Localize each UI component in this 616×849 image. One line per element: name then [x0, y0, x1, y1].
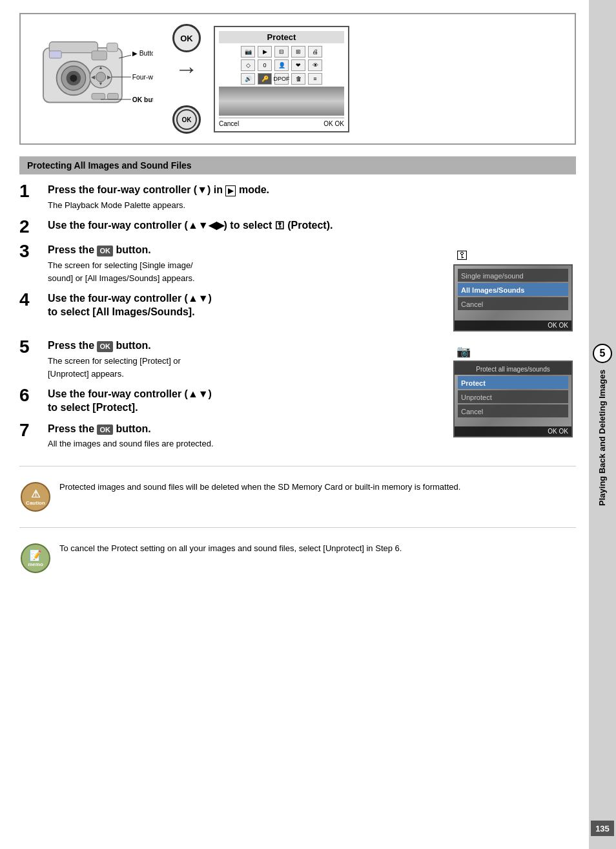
screen-bottom-bar: Cancel OK OK	[219, 118, 344, 127]
screen-preview: Protect 📷 ▶ ⊟ ⊞ 🖨 ◇ 0 👤 ❤ 👁 🔊 🔑 DPOF 🗑	[214, 26, 349, 132]
step-desc-1: The Playback Mode Palette appears.	[48, 199, 576, 212]
memo-icon: 📝 memo	[19, 542, 52, 574]
step-content-6: Use the four-way controller (▲▼)to selec…	[48, 388, 443, 415]
step-content-1: Press the four-way controller (▼) in ▶ m…	[48, 183, 576, 211]
svg-text:▶  Button: ▶ Button	[132, 50, 153, 57]
screen-icons-row2: ◇ 0 👤 ❤ 👁	[219, 59, 344, 71]
step-desc-3: The screen for selecting [Single image/s…	[48, 259, 443, 284]
sidebar-text: Playing Back and Deleting Images	[597, 370, 608, 506]
icon-14: 🗑	[291, 73, 305, 85]
screen2-ok-bar: OK OK	[455, 426, 571, 436]
ok-inline-5: OK	[97, 341, 113, 351]
menu-cancel-label: Cancel	[219, 120, 239, 127]
camera-illustration: ▲ ▼ ◀ ▶ ▶ Button Four-way controller OK …	[30, 30, 159, 129]
divider2	[19, 527, 576, 528]
page-number: 135	[591, 821, 614, 836]
screen2-item3: Cancel	[461, 408, 483, 415]
icon-11: 🔊	[241, 73, 255, 85]
svg-text:▶: ▶	[107, 74, 112, 79]
sidebar-number: 5	[593, 344, 612, 363]
step-number-1: 1	[19, 182, 43, 200]
icon-12: 🔑	[258, 73, 272, 85]
screen1-container: ⚿ Single image/sound All Images/Sounds C…	[453, 249, 576, 331]
step-number-7: 7	[19, 421, 43, 439]
icon-9: ❤	[291, 59, 305, 71]
svg-text:▲: ▲	[98, 64, 103, 70]
screen-image-area	[219, 87, 344, 116]
step-title-2: Use the four-way controller (▲▼◀▶) to se…	[48, 219, 576, 233]
step-4: 4 Use the four-way controller (▲▼)to sel…	[19, 292, 443, 319]
section-header: Protecting All Images and Sound Files	[19, 156, 576, 174]
icon-5: 🖨	[308, 46, 322, 58]
memo-text: To cancel the Protect setting on all you…	[59, 542, 576, 556]
mini-screen-2: Protect all images/sounds Protect Unprot…	[453, 361, 573, 437]
svg-rect-6	[92, 50, 107, 59]
screen-icons-row3: 🔊 🔑 DPOF 🗑 ≡	[219, 73, 344, 85]
svg-rect-9	[92, 93, 105, 99]
step-title-1: Press the four-way controller (▼) in ▶ m…	[48, 183, 576, 197]
caution-icon: ⚠ Caution	[19, 481, 52, 513]
caution-text: Protected images and sound files will be…	[59, 481, 576, 494]
step-number-3: 3	[19, 242, 43, 260]
step-number-2: 2	[19, 218, 43, 236]
icon-6: ◇	[241, 59, 255, 71]
step-title-4: Use the four-way controller (▲▼)to selec…	[48, 292, 443, 319]
step-title-7: Press the OK button.	[48, 423, 443, 436]
step-3: 3 Press the OK button. The screen for se…	[19, 244, 443, 284]
screen1-ok-bar: OK OK	[455, 320, 571, 330]
step-desc-5: The screen for selecting [Protect] or[Un…	[48, 355, 443, 380]
svg-text:▼: ▼	[98, 81, 103, 87]
svg-rect-7	[49, 50, 61, 58]
step-number-6: 6	[19, 386, 43, 404]
svg-text:Four-way controller: Four-way controller	[132, 73, 153, 80]
screen1-item1: Single image/sound	[461, 272, 524, 280]
ok-inline-7: OK	[97, 424, 113, 435]
ok-button-diagram2: OK	[172, 105, 201, 134]
step-content-3: Press the OK button. The screen for sele…	[48, 244, 443, 284]
step-6: 6 Use the four-way controller (▲▼)to sel…	[19, 388, 443, 415]
step-2: 2 Use the four-way controller (▲▼◀▶) to …	[19, 219, 576, 236]
protect-icon-1: ⚿	[457, 249, 576, 262]
right-arrow: →	[175, 58, 198, 81]
step-1: 1 Press the four-way controller (▼) in ▶…	[19, 183, 576, 211]
sidebar: 5 Playing Back and Deleting Images 135	[589, 0, 616, 849]
icon-4: ⊞	[291, 46, 305, 58]
memo-box: 📝 memo To cancel the Protect setting on …	[19, 537, 576, 580]
icon-7: 0	[258, 59, 272, 71]
step-7: 7 Press the OK button. All the images an…	[19, 423, 443, 450]
screen2-container: 📷 Protect all images/sounds Protect Unpr…	[453, 344, 576, 458]
svg-rect-10	[107, 93, 118, 99]
step-content-2: Use the four-way controller (▲▼◀▶) to se…	[48, 219, 576, 233]
step-content-5: Press the OK button. The screen for sele…	[48, 339, 443, 380]
icon-1: 📷	[241, 46, 255, 58]
ok-button-diagram: OK	[172, 24, 201, 52]
screen-icons-row1: 📷 ▶ ⊟ ⊞ 🖨	[219, 46, 344, 58]
icon-2: ▶	[258, 46, 272, 58]
icon-13: DPOF	[274, 73, 289, 85]
ok-inline-3: OK	[97, 246, 113, 256]
step-number-4: 4	[19, 291, 43, 309]
screen2-header: Protect all images/sounds	[476, 366, 550, 373]
icon-10: 👁	[308, 59, 322, 71]
protect-icon-2: 📷	[457, 344, 576, 359]
mini-screen-1: Single image/sound All Images/Sounds Can…	[453, 264, 573, 331]
step-title-5: Press the OK button.	[48, 339, 443, 353]
step-title-6: Use the four-way controller (▲▼)to selec…	[48, 388, 443, 415]
caution-box: ⚠ Caution Protected images and sound fil…	[19, 476, 576, 518]
step-title-3: Press the OK button.	[48, 244, 443, 257]
icon-15: ≡	[308, 73, 322, 85]
screen-title: Protect	[219, 31, 344, 43]
step-desc-7: All the images and sound files are prote…	[48, 437, 443, 450]
diagram-box: ▲ ▼ ◀ ▶ ▶ Button Four-way controller OK …	[19, 13, 576, 145]
svg-rect-8	[107, 43, 118, 51]
step-content-4: Use the four-way controller (▲▼)to selec…	[48, 292, 443, 319]
screen2-item2: Unprotect	[461, 393, 492, 401]
menu-ok-label: OK OK	[323, 120, 344, 127]
svg-point-5	[70, 74, 77, 81]
screen1-item2: All Images/Sounds	[461, 286, 524, 294]
screen1-item3: Cancel	[461, 300, 483, 308]
divider1	[19, 466, 576, 466]
step-content-7: Press the OK button. All the images and …	[48, 423, 443, 450]
icon-8: 👤	[274, 59, 289, 71]
play-icon-1: ▶	[225, 185, 236, 196]
